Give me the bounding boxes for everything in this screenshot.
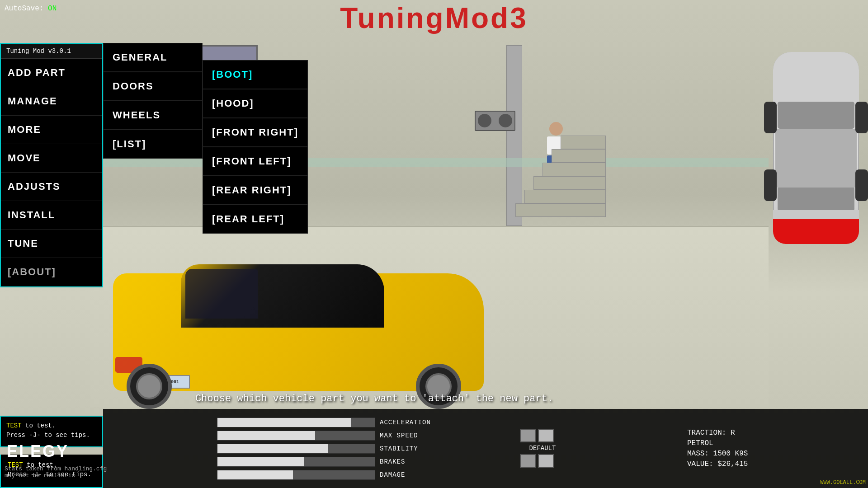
- title-bar: TuningMod3: [0, 0, 868, 36]
- color-label: DEFAULT: [520, 445, 565, 452]
- watermark: WWW.GOEALL.COM: [820, 479, 866, 486]
- menu-item-boot[interactable]: [BOOT]: [203, 60, 308, 89]
- status-message: Choose which vehicle part you want to 'a…: [103, 393, 646, 404]
- vehicle-name: ELEGY: [7, 442, 69, 461]
- sidebar-item-install[interactable]: INSTALL: [1, 201, 102, 230]
- stat-bar-acceleration: [217, 418, 375, 427]
- sidebar-item-adjusts[interactable]: ADJUSTS: [1, 173, 102, 201]
- stat-fill-max-speed: [217, 431, 315, 440]
- autosave-status: ON: [48, 5, 57, 13]
- stat-fill-acceleration: [217, 418, 351, 427]
- mass-label: MASS: 1500 K9S: [687, 450, 859, 458]
- test-label: TEST: [6, 422, 22, 429]
- stat-bar-max-speed: [217, 431, 375, 441]
- topview-wheel-fr: [855, 102, 868, 133]
- menu-col-1: GENERALDOORSWHEELS[LIST]: [103, 43, 203, 234]
- sidebar-item-add-part[interactable]: ADD PART: [1, 59, 102, 87]
- color-box-row-1: [520, 429, 565, 442]
- color-box-1[interactable]: [520, 429, 536, 442]
- car-window-rear: [185, 269, 258, 319]
- menu-item-rear-left[interactable]: [REAR LEFT]: [203, 205, 308, 234]
- topview-hood: [773, 52, 859, 106]
- yellow-car: 035 001: [90, 246, 506, 418]
- sidebar-item-about[interactable]: [ABOUT]: [1, 258, 102, 286]
- stat-bar-stability: [217, 444, 375, 454]
- topview-roof: [775, 129, 857, 188]
- topview-windshield: [778, 102, 854, 129]
- autosave-indicator: AutoSave: ON: [5, 5, 57, 13]
- sidebar: Tuning Mod v3.0.1 ADD PARTMANAGEMOREMOVE…: [0, 43, 103, 287]
- sidebar-item-more[interactable]: MORE: [1, 116, 102, 144]
- menu-col-2: [BOOT][HOOD][FRONT RIGHT][FRONT LEFT][RE…: [203, 43, 308, 234]
- traction-label: TRACTION: R: [687, 429, 859, 437]
- topview-car: [764, 43, 868, 246]
- menu-item-general[interactable]: GENERAL: [103, 43, 203, 72]
- title-prefix: TuningMod: [340, 2, 510, 34]
- stat-fill-damage: [217, 470, 293, 479]
- stat-label-brakes: BRAKES: [380, 458, 439, 465]
- sidebar-version: Tuning Mod v3.0.1: [1, 44, 102, 59]
- menu-item-rear-right[interactable]: [REAR RIGHT]: [203, 176, 308, 205]
- value-label: VALUE: $26,415: [687, 460, 859, 468]
- tip-j: Press -J- to see tips.: [6, 432, 97, 439]
- topview-wheel-rr: [855, 169, 868, 201]
- stat-label-damage: DAMAGE: [380, 471, 439, 479]
- sidebar-item-manage[interactable]: MANAGE: [1, 87, 102, 116]
- stat-label-max-speed: MAX SPEED: [380, 432, 439, 439]
- fuel-label: PETROL: [687, 439, 859, 447]
- color-box-3[interactable]: [520, 454, 536, 468]
- stat-label-stability: STABILITY: [380, 445, 439, 452]
- color-box-row-2: [520, 454, 565, 468]
- topview-red-strip: [773, 219, 859, 244]
- sidebar-item-move[interactable]: MOVE: [1, 144, 102, 173]
- stats-note-line1: Stats taken from handling.cfg: [5, 465, 107, 472]
- color-box-4[interactable]: [538, 454, 554, 468]
- menu-item-doors[interactable]: DOORS: [103, 72, 203, 101]
- stat-row-acceleration: ACCELERATION: [217, 418, 556, 427]
- stat-row-damage: DAMAGE: [217, 470, 556, 480]
- menu-item-front-left[interactable]: [FRONT LEFT]: [203, 147, 308, 176]
- stat-row-brakes: BRAKES: [217, 457, 556, 467]
- color-box-2[interactable]: [538, 429, 554, 442]
- stats-section: ACCELERATIONMAX SPEEDSTABILITYBRAKESDAMA…: [217, 411, 556, 486]
- menu-item-hood[interactable]: [HOOD]: [203, 89, 308, 118]
- menu-item-list[interactable]: [LIST]: [103, 130, 203, 159]
- tip-test: TEST to test.: [6, 422, 97, 429]
- stat-bar-damage: [217, 470, 375, 480]
- stat-row-max-speed: MAX SPEED: [217, 431, 556, 441]
- autosave-label: AutoSave:: [5, 5, 43, 13]
- topview-wheel-rl: [764, 169, 777, 201]
- right-stats-panel: TRACTION: R PETROL MASS: 1500 K9S VALUE:…: [678, 411, 868, 486]
- stat-fill-brakes: [217, 457, 304, 466]
- stats-note-line2: may not be realistic: [5, 472, 107, 479]
- stat-bar-brakes: [217, 457, 375, 467]
- main-menu: GENERALDOORSWHEELS[LIST] [BOOT][HOOD][FR…: [103, 43, 308, 234]
- stat-fill-stability: [217, 444, 328, 453]
- title-suffix: 3: [510, 2, 528, 34]
- menu-item-wheels[interactable]: WHEELS: [103, 101, 203, 130]
- menu-item-front-right[interactable]: [FRONT RIGHT]: [203, 118, 308, 147]
- stat-row-stability: STABILITY: [217, 444, 556, 454]
- app-title: TuningMod3: [340, 1, 528, 35]
- stat-label-acceleration: ACCELERATION: [380, 419, 439, 426]
- stats-note: Stats taken from handling.cfg may not be…: [5, 465, 107, 479]
- stairs: [515, 136, 606, 217]
- topview-rear-window: [778, 188, 854, 210]
- menu-spacer: [203, 43, 308, 60]
- topview-wheel-fl: [764, 102, 777, 133]
- sidebar-item-tune[interactable]: TUNE: [1, 230, 102, 258]
- stereo: [475, 111, 515, 131]
- color-boxes: DEFAULT: [520, 429, 565, 470]
